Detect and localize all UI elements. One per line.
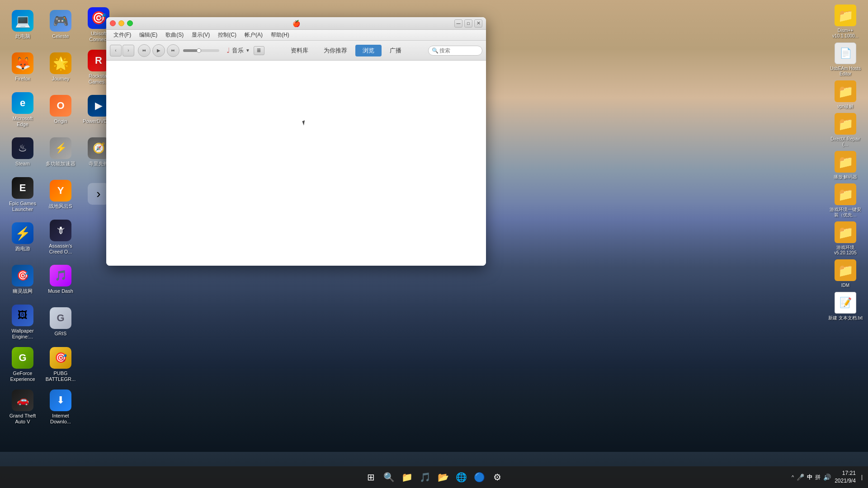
language-zh-icon[interactable]: 中 (807, 474, 812, 481)
icon-img: 📁 (835, 113, 856, 135)
desktop-icon-yunbao[interactable]: Y 战地风云S (42, 174, 79, 215)
icon-img: 📁 (835, 151, 856, 173)
tab-browse[interactable]: 浏览 (355, 45, 382, 56)
desktop-icon-youxi2[interactable]: 📁 游戏环境 v5.20.1205 (827, 221, 863, 256)
desktop-icon-epic[interactable]: E Epic Games Launcher (5, 174, 41, 215)
icon-img: E (12, 177, 33, 199)
desktop-icon-internet[interactable]: ⬇ Internet Downlo... (42, 387, 79, 427)
desktop-icon-zhandijia[interactable]: 🎯 幽灵战网 (5, 259, 41, 300)
minimize-btn-right[interactable]: — (454, 19, 462, 28)
close-button[interactable] (110, 20, 116, 26)
tab-recommended[interactable]: 为你推荐 (316, 45, 354, 56)
icon-label: PUBG BATTLEGR... (44, 371, 77, 382)
desktop-icon-addon[interactable]: ⚡ 多功能加速器 (42, 132, 79, 173)
menu-file[interactable]: 文件(F) (110, 30, 135, 40)
desktop-icon-origin[interactable]: O Origin (42, 89, 79, 130)
desktop-icon-celeste[interactable]: 🎮 Celeste (42, 5, 79, 45)
minimize-button[interactable] (118, 20, 124, 26)
tray-caret-icon[interactable]: ^ (792, 474, 794, 480)
volume-icon[interactable]: 🔊 (823, 474, 831, 481)
taskbar-browser2-button[interactable]: 🔵 (471, 469, 487, 485)
music-taskbar-icon: 🎵 (420, 472, 431, 483)
desktop-icon-geforce[interactable]: G GeForce Experience (5, 344, 41, 385)
menu-account[interactable]: 帐户(A) (241, 30, 266, 40)
nav-back-button[interactable]: ‹ (110, 45, 122, 56)
desktop-icon-steam[interactable]: ♨ Steam (5, 132, 41, 173)
icon-img: 🎯 (50, 347, 71, 369)
folder-taskbar-icon: 📂 (438, 472, 449, 483)
taskbar-edge-button[interactable]: 🌐 (453, 469, 469, 485)
tab-library[interactable]: 资料库 (283, 45, 316, 56)
microphone-icon[interactable]: 🎤 (797, 474, 804, 481)
icon-label: 游戏环境一键安装（优先… (828, 207, 863, 218)
taskbar-settings-button[interactable]: ⚙ (489, 469, 505, 485)
menu-bar: 文件(F) 编辑(E) 歌曲(S) 显示(V) 控制(C) 帐户(A) 帮助(H… (106, 30, 486, 41)
icon-label: 播放·解码器 (834, 174, 858, 180)
maximize-btn-right[interactable]: □ (464, 19, 472, 28)
icon-label: Celeste (52, 33, 69, 39)
maximize-button[interactable] (127, 20, 133, 26)
icon-label: 游戏环境 v5.20.1205 (828, 245, 863, 256)
desktop-icon-pubg[interactable]: 🎯 PUBG BATTLEGR... (42, 344, 79, 385)
close-btn-right[interactable]: ✕ (474, 19, 482, 28)
desktop-icon-bofang[interactable]: 📁 播放·解码器 (827, 151, 863, 180)
desktop-icon-txt[interactable]: 📝 新建 文本文档.txt (827, 292, 863, 321)
toolbar-tabs-section: 资料库 为你推荐 浏览 广播 (268, 45, 425, 56)
source-dropdown-btn[interactable]: ▼ (245, 48, 250, 53)
desktop-icon-directx[interactable]: 📁 DirectX Repair (… (827, 113, 863, 147)
desktop-icon-journey[interactable]: 🌟 Journey (42, 47, 79, 88)
show-desktop-button[interactable]: | (861, 474, 863, 480)
fast-forward-button[interactable]: ⏭ (167, 44, 179, 57)
desktop-icon-placeholder3 (80, 302, 117, 343)
taskbar-music-button[interactable]: 🎵 (417, 469, 433, 485)
icon-img: 🚗 (12, 389, 33, 411)
taskbar-clock[interactable]: 17:21 2021/9/4 (835, 469, 856, 485)
desktop-icon-gta[interactable]: 🚗 Grand Theft Auto V (5, 387, 41, 427)
list-view-button[interactable]: ☰ (254, 46, 264, 55)
icon-label: 幽灵战网 (13, 288, 33, 294)
play-button[interactable]: ▶ (152, 44, 165, 57)
desktop-icon-vpn[interactable]: 📁 vpn破解 (827, 80, 863, 109)
toolbar-tabs: 资料库 为你推荐 浏览 广播 (283, 45, 409, 56)
icon-img: 📝 (835, 292, 856, 314)
desktop-icon-firefox[interactable]: 🦊 Firefox (5, 47, 41, 88)
desktop-icon-youxi[interactable]: 📁 游戏环境一键安装（优先… (827, 183, 863, 218)
desktop-icon-wallpaper[interactable]: 🖼 Wallpaper Engine:... (5, 302, 41, 343)
menu-edit[interactable]: 编辑(E) (136, 30, 161, 40)
titlebar-right: — □ ✕ (454, 19, 482, 28)
nav-buttons: ‹ › (110, 45, 134, 56)
menu-help[interactable]: 帮助(H) (267, 30, 293, 40)
taskbar-search-button[interactable]: 🔍 (381, 469, 397, 485)
taskbar-folder-button[interactable]: 📂 (435, 469, 451, 485)
menu-song[interactable]: 歌曲(S) (162, 30, 187, 40)
taskbar-start-button[interactable]: ⊞ (363, 469, 379, 485)
taskbar-explorer-button[interactable]: 📁 (399, 469, 415, 485)
desktop-icon-dism[interactable]: 📁 Dism++ v10.1.1000... (827, 5, 863, 39)
search-taskbar-icon: 🔍 (383, 472, 395, 483)
desktop-icon-diandao2[interactable]: ⚡ 跑电游 (5, 217, 41, 258)
menu-view[interactable]: 显示(V) (188, 30, 213, 40)
desktop-icon-assassin[interactable]: 🗡 Assassin's Creed O... (42, 217, 79, 258)
clock-date: 2021/9/4 (835, 477, 856, 485)
progress-knob[interactable] (197, 48, 201, 53)
icon-img: ⬇ (50, 389, 71, 411)
icon-label: Dism++ v10.1.1000... (828, 28, 863, 39)
progress-bar[interactable] (183, 49, 219, 52)
desktop-icon-gris[interactable]: G GRIS (42, 302, 79, 343)
rewind-button[interactable]: ⏮ (138, 44, 151, 57)
desktop-icon-muse[interactable]: 🎵 Muse Dash (42, 259, 79, 300)
desktop-icon-diandao[interactable]: 💻 此电脑 (5, 5, 41, 45)
explorer-icon: 📁 (401, 472, 413, 483)
icon-img: 🎮 (50, 10, 71, 32)
pinyin-icon[interactable]: 拼 (815, 474, 821, 481)
desktop-icon-idm[interactable]: 📁 IDM (827, 259, 863, 288)
tab-radio[interactable]: 广播 (382, 45, 409, 56)
icon-img: 🎯 (12, 265, 33, 286)
nav-forward-button[interactable]: › (123, 45, 134, 56)
menu-control[interactable]: 控制(C) (214, 30, 240, 40)
icon-label: Internet Downlo... (44, 413, 77, 425)
desktop-icon-usbeam[interactable]: 📄 UsbEAm Hosts Editor (827, 42, 863, 77)
source-label: 音乐 (232, 47, 244, 55)
desktop-icon-msedge[interactable]: e Microsoft Edge (5, 89, 41, 130)
icon-label: Assassin's Creed O... (44, 243, 77, 255)
